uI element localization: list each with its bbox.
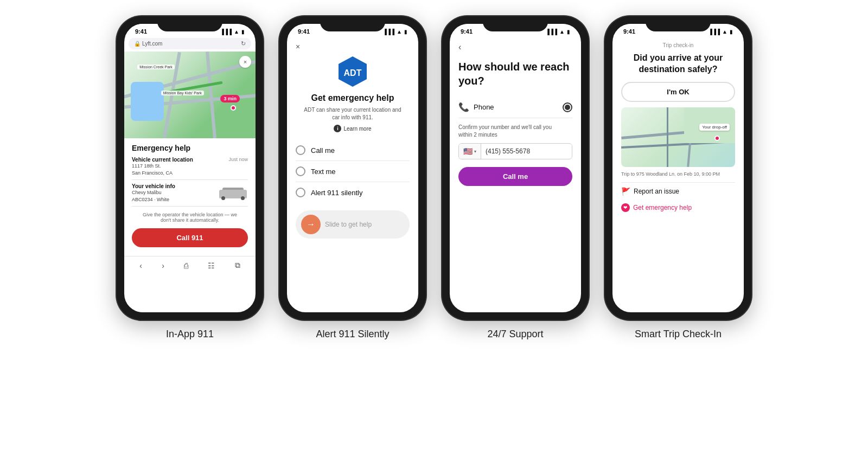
map-pin <box>231 105 236 111</box>
radio-text-me <box>296 166 305 176</box>
emergency-help-desc: ADT can share your current location andc… <box>296 106 410 121</box>
phones-container: 9:41 ▐▐▐ ▲ ▮ 🔒 Lyft.com ↻ <box>117 11 751 340</box>
location-timestamp: Just now <box>228 157 248 162</box>
radio-call-me <box>296 145 305 155</box>
battery-icon: ▮ <box>241 29 245 35</box>
svg-text:ADT: ADT <box>344 68 362 78</box>
status-time-4: 9:41 <box>623 28 635 35</box>
browser-url: Lyft.com <box>142 41 162 47</box>
phone-label-3: 24/7 Support <box>487 329 543 340</box>
phone-label-4: Smart Trip Check-In <box>635 329 722 340</box>
battery-icon-2: ▮ <box>404 29 407 35</box>
phone-frame-3: 9:41 ▐▐▐ ▲ ▮ ‹ How should we reach you? … <box>442 16 589 320</box>
status-time-3: 9:41 <box>461 28 473 35</box>
lock-icon: 🔒 <box>134 41 141 47</box>
report-issue-row[interactable]: 🚩 Report an issue <box>621 182 735 200</box>
operator-note: Give the operator the vehicle location —… <box>132 210 248 225</box>
flag-report-icon: 🚩 <box>621 187 630 196</box>
learn-more-text: Learn more <box>343 126 371 132</box>
signal-icon-2: ▐▐▐ <box>383 29 394 35</box>
radio-phone-selected <box>563 102 572 112</box>
phone-section-2: 9:41 ▐▐▐ ▲ ▮ × ADT <box>279 16 426 340</box>
phone-input-row[interactable]: 🇺🇸 ▾ <box>458 143 572 159</box>
screen4-content: Trip check-in Did you arrive at yourdest… <box>612 37 744 221</box>
drop-off-pin <box>714 136 720 141</box>
slide-text: Slide to get help <box>325 221 372 228</box>
wifi-icon: ▲ <box>234 29 239 35</box>
emergency-help-row[interactable]: ❤ Get emergency help <box>621 200 735 215</box>
call-me-button[interactable]: Call me <box>458 167 572 186</box>
nav-forward-icon[interactable]: › <box>162 261 164 270</box>
status-bar-2: 9:41 ▐▐▐ ▲ ▮ <box>287 24 418 37</box>
battery-icon-4: ▮ <box>730 29 733 35</box>
close-x-button[interactable]: × <box>296 42 410 51</box>
vehicle-value: Chevy Malibu <box>132 189 175 196</box>
vehicle-row: Your vehicle info Chevy Malibu ABC0234 ·… <box>132 183 248 203</box>
map-time-badge: 3 min <box>220 95 240 102</box>
wifi-icon-3: ▲ <box>559 29 565 35</box>
trip-info-text: Trip to 975 Woodland Ln. on Feb 10, 9:00… <box>621 171 735 177</box>
status-icons-4: ▐▐▐ ▲ ▮ <box>709 29 733 35</box>
park-label-1: Mission Creek Park <box>137 65 175 69</box>
screen2-content: × ADT Get emergency help ADT can share y… <box>287 37 418 244</box>
adt-hex-svg: ADT <box>336 55 369 88</box>
nav-bookmarks-icon[interactable]: ☷ <box>208 261 215 270</box>
phone-handset-icon: 📞 <box>458 102 469 112</box>
info-icon: i <box>334 125 341 132</box>
nav-tabs-icon[interactable]: ⧉ <box>235 261 240 270</box>
option-alert-911[interactable]: Alert 911 silently <box>296 182 410 203</box>
back-button[interactable]: ‹ <box>458 42 572 52</box>
option-text-me-label: Text me <box>311 168 336 176</box>
location-info: Vehicle current location 1117 18th St.Sa… <box>132 157 193 176</box>
divider-2 <box>132 206 248 207</box>
status-icons-2: ▐▐▐ ▲ ▮ <box>383 29 407 35</box>
phone-screen-3: 9:41 ▐▐▐ ▲ ▮ ‹ How should we reach you? … <box>450 24 581 312</box>
confirm-text: Confirm your number and we'll call youwi… <box>458 124 572 139</box>
trip-checkin-label: Trip check-in <box>621 42 735 48</box>
nav-back-icon[interactable]: ‹ <box>139 261 142 270</box>
reach-title: How should we reach you? <box>458 60 572 88</box>
option-call-me[interactable]: Call me <box>296 140 410 161</box>
status-time-1: 9:41 <box>135 28 147 35</box>
wifi-icon-4: ▲ <box>722 29 727 35</box>
adt-logo: ADT <box>336 55 369 88</box>
status-icons-3: ▐▐▐ ▲ ▮ <box>546 29 570 35</box>
emergency-panel: Emergency help Vehicle current location … <box>124 138 256 256</box>
phone-frame-4: 9:41 ▐▐▐ ▲ ▮ Trip check-in Did you arriv… <box>605 16 751 320</box>
reload-icon[interactable]: ↻ <box>241 40 246 47</box>
flag-chevron-icon: ▾ <box>474 149 476 154</box>
flag-selector[interactable]: 🇺🇸 ▾ <box>459 144 481 159</box>
location-label: Vehicle current location <box>132 157 193 163</box>
emergency-heart-icon: ❤ <box>621 203 630 212</box>
wifi-icon-2: ▲ <box>397 29 402 35</box>
option-call-me-label: Call me <box>311 146 335 155</box>
emergency-help-title: Get emergency help <box>296 93 410 103</box>
map-close-button[interactable]: × <box>239 56 251 68</box>
phone-label-2: Alert 911 Silently <box>316 329 389 340</box>
status-time-2: 9:41 <box>298 28 310 35</box>
emergency-help-text: Get emergency help <box>633 204 692 211</box>
phone-screen-2: 9:41 ▐▐▐ ▲ ▮ × ADT <box>287 24 418 312</box>
option-text-me[interactable]: Text me <box>296 161 410 182</box>
report-text: Report an issue <box>634 188 679 195</box>
mini-map: Your drop-off <box>621 107 735 167</box>
signal-icon-3: ▐▐▐ <box>546 29 557 35</box>
phone-section-4: 9:41 ▐▐▐ ▲ ▮ Trip check-in Did you arriv… <box>605 16 751 340</box>
slide-to-help-button[interactable]: → Slide to get help <box>296 210 410 239</box>
vehicle-label: Your vehicle info <box>132 183 175 189</box>
learn-more-row[interactable]: i Learn more <box>296 125 410 132</box>
signal-icon: ▐▐▐ <box>220 29 232 35</box>
signal-icon-4: ▐▐▐ <box>709 29 720 35</box>
radio-alert-911 <box>296 188 305 197</box>
browser-bar[interactable]: 🔒 Lyft.com ↻ <box>129 38 251 49</box>
vehicle-sub: ABC0234 · White <box>132 196 175 203</box>
park-label-2: Mission Bay Kids' Park <box>161 91 204 95</box>
nav-share-icon[interactable]: ⎙ <box>184 261 188 270</box>
phone-frame-1: 9:41 ▐▐▐ ▲ ▮ 🔒 Lyft.com ↻ <box>117 16 263 320</box>
call-911-button[interactable]: Call 911 <box>132 228 248 247</box>
im-ok-button[interactable]: I'm OK <box>621 82 735 102</box>
map-area: Mission Creek Park Mission Bay Kids' Par… <box>124 52 256 138</box>
phone-number-input[interactable] <box>481 144 572 158</box>
phone-option-row[interactable]: 📞 Phone <box>458 97 572 118</box>
url-bar: 🔒 Lyft.com <box>134 41 162 47</box>
